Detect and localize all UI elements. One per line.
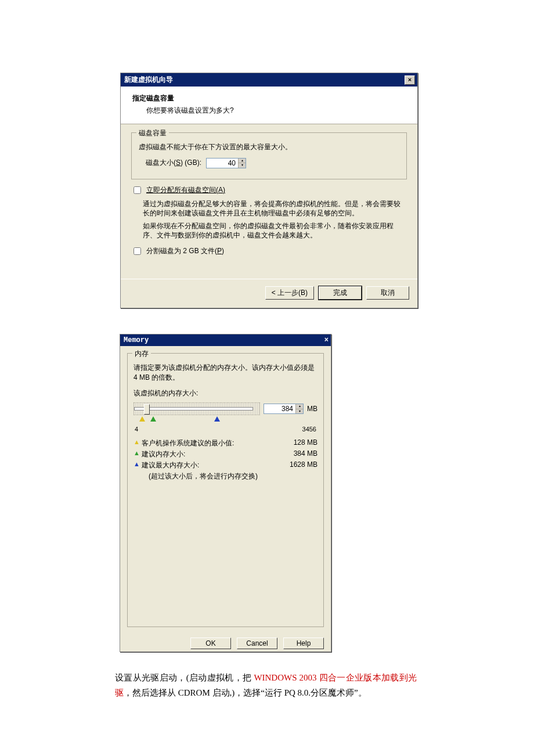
disk-wizard-title: 新建虚拟机向导 (124, 75, 173, 85)
triangle-min-icon (139, 416, 145, 422)
triangle-max-icon (214, 416, 220, 422)
ok-button[interactable]: OK (190, 638, 231, 649)
wizard-header-subtitle: 你想要将该磁盘设置为多大? (146, 106, 407, 116)
spin-down-icon[interactable]: ▾ (238, 163, 246, 168)
cancel-button[interactable]: 取消 (366, 286, 409, 300)
swap-note: (超过该大小后，将会进行内存交换) (149, 471, 317, 481)
disk-capacity-group: 磁盘容量 虚拟磁盘不能大于你在下方设置的最大容量大小。 磁盘大小(S) (GB)… (131, 132, 407, 179)
disk-size-value[interactable] (207, 159, 238, 168)
slider-max: 3456 (302, 426, 316, 433)
memory-dialog: Memory × 内存 请指定要为该虚拟机分配的内存大小。该内存大小值必须是 4… (120, 334, 331, 652)
memory-size-label: 该虚拟机的内存大小: (134, 388, 317, 398)
memory-title: Memory (124, 336, 149, 344)
wizard-header: 指定磁盘容量 你想要将该磁盘设置为多大? (121, 87, 417, 124)
memory-button-bar: OK Cancel Help (120, 632, 331, 656)
triangle-recommended-icon: ▲ (134, 449, 142, 456)
grow-note: 如果你现在不分配磁盘空间，你的虚拟磁盘文件最初会非常小，随着你安装应用程序、文件… (143, 221, 407, 240)
finish-button[interactable]: 完成 (319, 286, 362, 300)
allocate-now-checkbox[interactable] (134, 186, 141, 194)
memory-desc: 请指定要为该虚拟机分配的内存大小。该内存大小值必须是 4 MB 的倍数。 (134, 363, 317, 383)
spin-up-icon[interactable]: ▴ (238, 159, 246, 163)
triangle-min-icon: ▲ (134, 438, 142, 445)
rec-sug-label: 建议内存大小: (142, 449, 283, 459)
back-button[interactable]: < 上一步(B) (265, 286, 314, 300)
spin-down-icon[interactable]: ▾ (295, 409, 303, 414)
split-disk-checkbox[interactable] (134, 247, 141, 255)
triangle-max-icon: ▲ (134, 460, 142, 467)
split-disk-label: 分割磁盘为 2 GB 文件(P) (146, 246, 224, 256)
help-button[interactable]: Help (283, 638, 324, 649)
disk-wizard-dialog: 新建虚拟机向导 × 指定磁盘容量 你想要将该磁盘设置为多大? 磁盘容量 虚拟磁盘… (120, 73, 418, 308)
body-paragraph: 设置从光驱启动，(启动虚拟机，把 WINDOWS 2003 四合一企业版本加载到… (115, 671, 417, 700)
disk-capacity-legend: 磁盘容量 (136, 128, 169, 138)
memory-unit: MB (307, 405, 317, 413)
slider-thumb-icon[interactable] (144, 404, 150, 415)
memory-value[interactable] (264, 404, 295, 413)
triangle-recommended-icon (150, 416, 156, 422)
rec-max-value: 1628 MB (283, 460, 317, 469)
memory-legend: 内存 (132, 349, 151, 359)
disk-size-input[interactable]: ▴ ▾ (206, 158, 246, 168)
close-icon[interactable]: × (405, 75, 415, 85)
memory-group: 内存 请指定要为该虚拟机分配的内存大小。该内存大小值必须是 4 MB 的倍数。 … (127, 353, 324, 627)
rec-sug-value: 384 MB (283, 449, 317, 458)
rec-max-label: 建议最大内存大小: (142, 460, 283, 470)
limit-text: 虚拟磁盘不能大于你在下方设置的最大容量大小。 (139, 142, 399, 152)
disk-size-label: 磁盘大小(S) (GB): (146, 158, 201, 168)
wizard-button-bar: < 上一步(B) 完成 取消 (121, 279, 417, 308)
allocate-note: 通过为虚拟磁盘分配足够大的容量，将会提高你的虚拟机的性能。但是，将会需要较长的时… (143, 199, 407, 218)
rec-min-label: 客户机操作系统建议的最小值: (142, 438, 283, 448)
cancel-button[interactable]: Cancel (237, 638, 277, 649)
rec-min-value: 128 MB (283, 438, 317, 447)
memory-titlebar: Memory × (120, 334, 331, 346)
spinner-buttons[interactable]: ▴ ▾ (238, 159, 246, 168)
spin-up-icon[interactable]: ▴ (295, 404, 303, 409)
slider-min: 4 (135, 426, 138, 433)
wizard-header-title: 指定磁盘容量 (132, 93, 407, 103)
disk-wizard-titlebar: 新建虚拟机向导 × (121, 73, 417, 87)
memory-slider[interactable] (134, 402, 260, 415)
memory-value-input[interactable]: ▴ ▾ (264, 404, 304, 414)
close-icon[interactable]: × (324, 336, 329, 344)
spinner-buttons[interactable]: ▴ ▾ (295, 404, 303, 413)
allocate-now-label: 立即分配所有磁盘空间(A) (146, 185, 225, 195)
